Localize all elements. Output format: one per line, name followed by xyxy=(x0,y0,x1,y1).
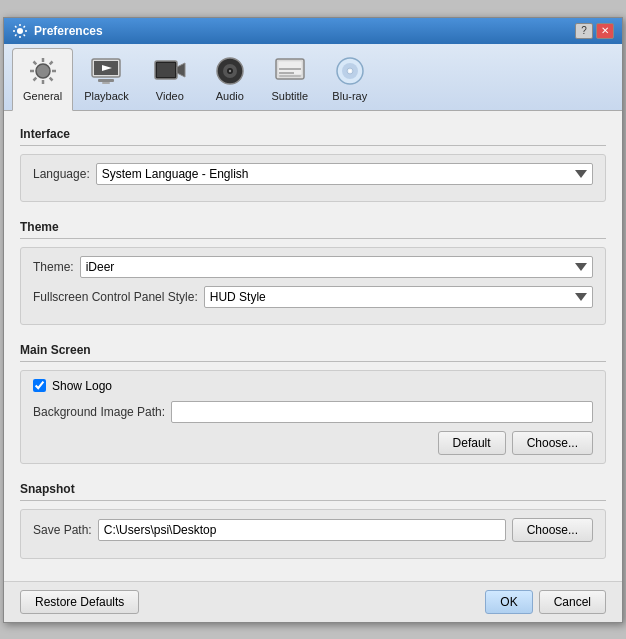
svg-point-1 xyxy=(36,64,50,78)
tab-audio[interactable]: Audio xyxy=(200,48,260,110)
snapshot-header: Snapshot xyxy=(20,476,606,501)
playback-icon xyxy=(90,55,122,87)
audio-icon xyxy=(214,55,246,87)
fullscreen-label: Fullscreen Control Panel Style: xyxy=(33,290,198,304)
bluray-icon xyxy=(334,55,366,87)
interface-section-header: Interface xyxy=(20,121,606,146)
ok-button[interactable]: OK xyxy=(485,590,532,614)
title-buttons: ? ✕ xyxy=(575,23,614,39)
snapshot-section: Save Path: Choose... xyxy=(20,509,606,559)
save-path-input[interactable] xyxy=(98,519,506,541)
theme-section-header: Theme xyxy=(20,214,606,239)
language-row: Language: System Language - English xyxy=(33,163,593,185)
show-logo-row: Show Logo xyxy=(33,379,593,393)
window-icon xyxy=(12,23,28,39)
theme-row: Theme: iDeer xyxy=(33,256,593,278)
tab-general[interactable]: General xyxy=(12,48,73,111)
title-bar: Preferences ? ✕ xyxy=(4,18,622,44)
svg-rect-16 xyxy=(279,75,301,77)
main-content: Interface Language: System Language - En… xyxy=(4,111,622,581)
language-label: Language: xyxy=(33,167,90,181)
theme-select[interactable]: iDeer xyxy=(80,256,593,278)
footer-right-buttons: OK Cancel xyxy=(485,590,606,614)
save-path-label: Save Path: xyxy=(33,523,92,537)
tab-bluray-label: Blu-ray xyxy=(332,90,367,102)
help-button[interactable]: ? xyxy=(575,23,593,39)
general-icon xyxy=(27,55,59,87)
theme-section: Theme: iDeer Fullscreen Control Panel St… xyxy=(20,247,606,325)
tab-bar: General Playback Video xyxy=(4,44,622,111)
main-screen-buttons: Default Choose... xyxy=(33,431,593,455)
subtitle-icon xyxy=(274,55,306,87)
preferences-window: Preferences ? ✕ General Playback xyxy=(3,17,623,623)
svg-rect-5 xyxy=(98,79,114,82)
tab-video-label: Video xyxy=(156,90,184,102)
show-logo-checkbox[interactable] xyxy=(33,379,46,392)
bg-image-row: Background Image Path: xyxy=(33,401,593,423)
bg-image-input[interactable] xyxy=(171,401,593,423)
snapshot-choose-button[interactable]: Choose... xyxy=(512,518,593,542)
main-screen-header: Main Screen xyxy=(20,337,606,362)
svg-rect-9 xyxy=(157,63,175,77)
tab-general-label: General xyxy=(23,90,62,102)
fullscreen-row: Fullscreen Control Panel Style: HUD Styl… xyxy=(33,286,593,308)
language-select[interactable]: System Language - English xyxy=(96,163,593,185)
default-button[interactable]: Default xyxy=(438,431,506,455)
window-title: Preferences xyxy=(34,24,103,38)
interface-section: Language: System Language - English xyxy=(20,154,606,202)
tab-subtitle-label: Subtitle xyxy=(271,90,308,102)
footer: Restore Defaults OK Cancel xyxy=(4,581,622,622)
save-path-row: Save Path: Choose... xyxy=(33,518,593,542)
tab-bluray[interactable]: Blu-ray xyxy=(320,48,380,110)
svg-marker-8 xyxy=(177,63,185,77)
video-icon xyxy=(154,55,186,87)
tab-video[interactable]: Video xyxy=(140,48,200,110)
bg-choose-button[interactable]: Choose... xyxy=(512,431,593,455)
fullscreen-select[interactable]: HUD Style xyxy=(204,286,593,308)
svg-point-22 xyxy=(348,69,351,72)
close-button[interactable]: ✕ xyxy=(596,23,614,39)
show-logo-label: Show Logo xyxy=(52,379,112,393)
tab-audio-label: Audio xyxy=(216,90,244,102)
svg-point-13 xyxy=(229,69,231,71)
tab-playback[interactable]: Playback xyxy=(73,48,140,110)
tab-playback-label: Playback xyxy=(84,90,129,102)
title-bar-left: Preferences xyxy=(12,23,103,39)
svg-point-0 xyxy=(17,28,23,34)
cancel-button[interactable]: Cancel xyxy=(539,590,606,614)
main-screen-section: Show Logo Background Image Path: Default… xyxy=(20,370,606,464)
svg-rect-6 xyxy=(102,82,110,84)
theme-label: Theme: xyxy=(33,260,74,274)
restore-defaults-button[interactable]: Restore Defaults xyxy=(20,590,139,614)
bg-image-label: Background Image Path: xyxy=(33,405,165,419)
tab-subtitle[interactable]: Subtitle xyxy=(260,48,320,110)
